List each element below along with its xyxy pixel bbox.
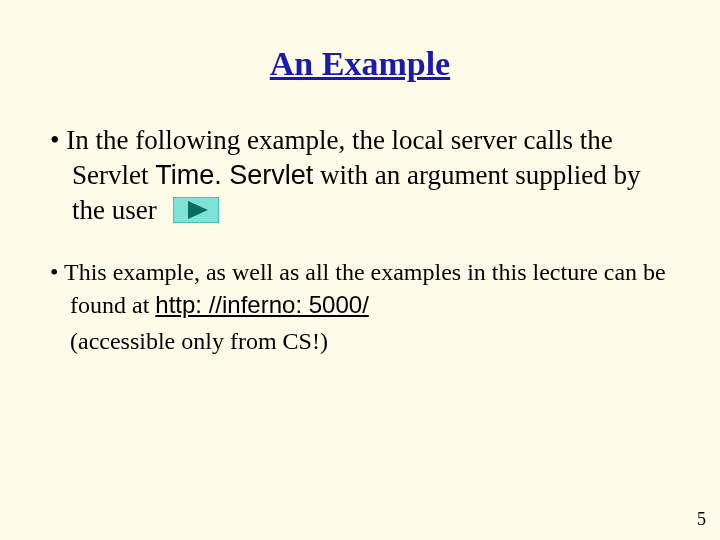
bullet2-link[interactable]: http: //inferno: 5000/ xyxy=(155,291,368,318)
bullet-item-2: This example, as well as all the example… xyxy=(50,256,680,321)
bullet-list: In the following example, the local serv… xyxy=(40,123,680,357)
bullet2-continuation: (accessible only from CS!) xyxy=(70,325,680,357)
page-number: 5 xyxy=(697,509,706,530)
play-icon[interactable] xyxy=(173,197,219,223)
bullet1-code: Time. Servlet xyxy=(155,160,313,190)
bullet-item-1: In the following example, the local serv… xyxy=(50,123,680,228)
slide: An Example In the following example, the… xyxy=(0,0,720,540)
slide-title: An Example xyxy=(40,45,680,83)
